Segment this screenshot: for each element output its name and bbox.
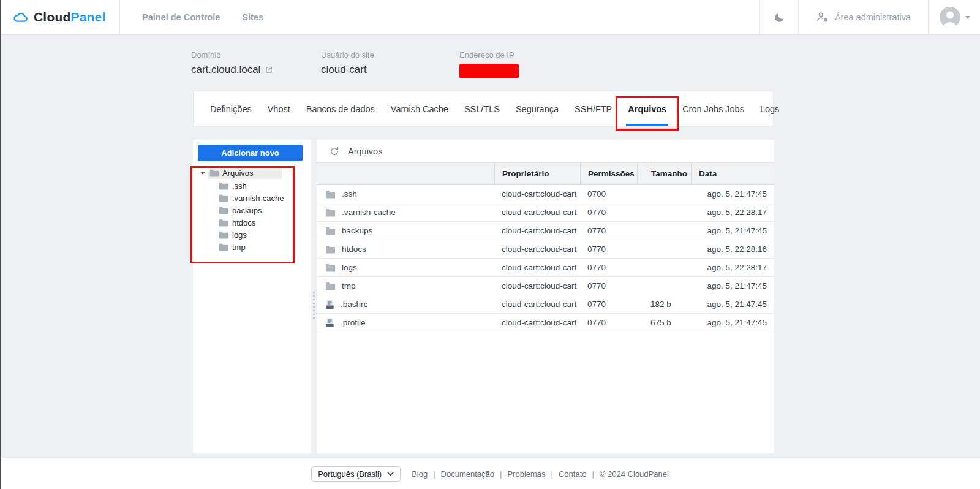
tree-node-root-anchor[interactable]: Arquivos bbox=[208, 167, 282, 179]
separator: | bbox=[592, 469, 594, 479]
column-header-owner[interactable]: Proprietário bbox=[494, 163, 580, 184]
tab-logs[interactable]: Logs bbox=[752, 91, 787, 126]
tab-label: Segurança bbox=[516, 104, 559, 114]
tab-label: Cron Jobs Jobs bbox=[682, 104, 744, 114]
tree-node-label: Arquivos bbox=[222, 169, 254, 178]
site-info-user: Usuário do site cloud-cart bbox=[321, 50, 374, 76]
file-size bbox=[637, 240, 691, 258]
file-permissions: 0770 bbox=[580, 222, 637, 240]
file-date: ago. 5, 22:28:17 bbox=[691, 259, 774, 276]
tab-label: Varnish Cache bbox=[391, 104, 448, 114]
chevron-down-icon bbox=[387, 472, 394, 476]
tab-vhost[interactable]: Vhost bbox=[260, 91, 298, 126]
external-link-icon[interactable] bbox=[265, 66, 273, 74]
column-header-size[interactable]: Tamanho bbox=[637, 163, 691, 184]
file-permissions: 0770 bbox=[580, 295, 637, 313]
file-name: htdocs bbox=[342, 245, 366, 254]
file-permissions: 0770 bbox=[580, 259, 637, 276]
folder-icon bbox=[325, 208, 336, 217]
files-table-header: Proprietário Permissões Tamanho Data bbox=[317, 163, 774, 185]
folder-icon bbox=[325, 282, 336, 290]
add-new-button[interactable]: Adicionar novo bbox=[198, 145, 303, 161]
logo[interactable]: CloudPanel bbox=[0, 0, 120, 34]
tab-ssl-tls[interactable]: SSL/TLS bbox=[456, 91, 508, 126]
caret-down-icon[interactable] bbox=[200, 172, 205, 175]
panel-splitter-handle[interactable] bbox=[313, 292, 315, 320]
tab-label: Definições bbox=[210, 104, 252, 114]
column-header-name bbox=[317, 163, 494, 184]
tree-node-backups[interactable]: backups bbox=[193, 204, 311, 216]
tab-definicoes[interactable]: Definições bbox=[202, 91, 260, 126]
tree-node-label: backups bbox=[232, 206, 262, 215]
table-row[interactable]: .profile cloud-cart:cloud-cart 0770 675 … bbox=[317, 314, 774, 332]
document-icon bbox=[325, 300, 334, 309]
file-size bbox=[637, 277, 691, 295]
tab-arquivos[interactable]: Arquivos bbox=[620, 91, 674, 126]
tree-node-varnish-cache[interactable]: .varnish-cache bbox=[193, 192, 311, 204]
chevron-down-icon bbox=[965, 16, 970, 19]
file-owner: cloud-cart:cloud-cart bbox=[494, 277, 580, 295]
table-row[interactable]: logs cloud-cart:cloud-cart 0770 ago. 5, … bbox=[317, 259, 774, 277]
tree-node-root[interactable]: Arquivos bbox=[193, 167, 311, 180]
file-owner: cloud-cart:cloud-cart bbox=[494, 259, 580, 276]
nav-item-sites[interactable]: Sites bbox=[242, 12, 263, 22]
footer-link-contact[interactable]: Contato bbox=[559, 469, 587, 479]
folder-icon bbox=[209, 169, 219, 177]
file-name: .ssh bbox=[342, 189, 357, 199]
table-row[interactable]: .ssh cloud-cart:cloud-cart 0700 ago. 5, … bbox=[317, 185, 774, 203]
column-header-date[interactable]: Data bbox=[691, 163, 774, 184]
folder-icon bbox=[219, 219, 228, 227]
tab-seguranca[interactable]: Segurança bbox=[508, 91, 567, 126]
language-select[interactable]: Português (Brasil) bbox=[311, 466, 401, 482]
tab-varnish-cache[interactable]: Varnish Cache bbox=[383, 91, 456, 126]
table-row[interactable]: .varnish-cache cloud-cart:cloud-cart 077… bbox=[317, 203, 774, 222]
files-panel-titlebar: Arquivos bbox=[317, 140, 774, 163]
tree-node-logs[interactable]: logs bbox=[193, 229, 311, 241]
folder-icon bbox=[219, 231, 228, 239]
tab-cron-jobs[interactable]: Cron Jobs Jobs bbox=[674, 91, 752, 126]
file-permissions: 0700 bbox=[580, 185, 637, 203]
folder-icon bbox=[325, 227, 336, 235]
table-row[interactable]: .bashrc cloud-cart:cloud-cart 0770 182 b… bbox=[317, 295, 774, 314]
active-tab-underline bbox=[626, 124, 668, 126]
user-avatar-icon bbox=[939, 6, 961, 28]
file-date: ago. 5, 22:28:17 bbox=[691, 203, 774, 221]
footer-link-problems[interactable]: Problemas bbox=[507, 469, 545, 479]
file-tree: Arquivos .ssh .varnish-cache backups htd… bbox=[193, 167, 311, 253]
footer-link-documentation[interactable]: Documentação bbox=[441, 469, 494, 479]
table-row[interactable]: backups cloud-cart:cloud-cart 0770 ago. … bbox=[317, 222, 774, 240]
account-menu[interactable] bbox=[928, 0, 980, 34]
tree-node-htdocs[interactable]: htdocs bbox=[193, 216, 311, 229]
tab-bancos-de-dados[interactable]: Bancos de dados bbox=[298, 91, 383, 126]
file-owner: cloud-cart:cloud-cart bbox=[494, 295, 580, 313]
tab-ssh-ftp[interactable]: SSH/FTP bbox=[567, 91, 620, 126]
refresh-icon[interactable] bbox=[330, 146, 339, 156]
tab-label: Arquivos bbox=[628, 104, 666, 114]
tree-node-ssh[interactable]: .ssh bbox=[193, 180, 311, 192]
file-date: ago. 5, 21:47:45 bbox=[691, 222, 774, 240]
column-header-permissions[interactable]: Permissões bbox=[580, 163, 637, 184]
tree-node-label: logs bbox=[232, 230, 247, 240]
tree-node-tmp[interactable]: tmp bbox=[193, 241, 311, 253]
separator: | bbox=[500, 469, 502, 479]
domain-label: Domínio bbox=[191, 50, 273, 59]
site-info-domain: Domínio cart.cloud.local bbox=[191, 50, 273, 76]
cloud-logo-icon bbox=[12, 9, 29, 26]
folder-icon bbox=[325, 263, 336, 272]
header-right: Área administrativa bbox=[760, 0, 980, 34]
files-panel: Arquivos Proprietário Permissões Tamanho… bbox=[317, 140, 774, 453]
nav-item-control-panel[interactable]: Painel de Controle bbox=[142, 12, 220, 22]
table-row[interactable]: htdocs cloud-cart:cloud-cart 0770 ago. 5… bbox=[317, 240, 774, 259]
admin-area-label: Área administrativa bbox=[835, 12, 911, 22]
folder-icon bbox=[219, 194, 228, 202]
folder-icon bbox=[219, 207, 228, 214]
logo-text: CloudPanel bbox=[34, 10, 106, 25]
file-owner: cloud-cart:cloud-cart bbox=[494, 185, 580, 203]
dark-mode-toggle[interactable] bbox=[760, 0, 798, 34]
file-owner: cloud-cart:cloud-cart bbox=[494, 240, 580, 258]
tree-node-label: tmp bbox=[232, 243, 246, 252]
admin-area-button[interactable]: Área administrativa bbox=[798, 0, 928, 34]
table-row[interactable]: tmp cloud-cart:cloud-cart 0770 ago. 5, 2… bbox=[317, 277, 774, 295]
file-size bbox=[637, 203, 691, 221]
footer-link-blog[interactable]: Blog bbox=[412, 469, 428, 479]
